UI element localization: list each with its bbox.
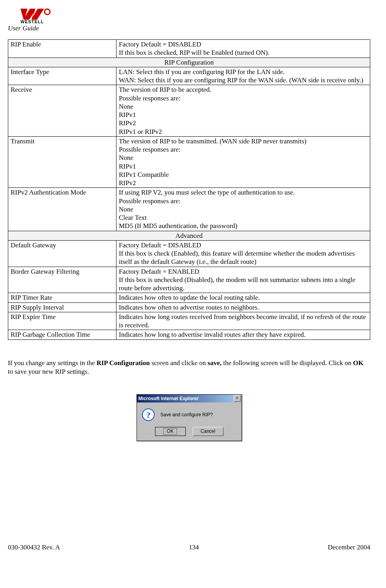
button-label: OK — [163, 428, 177, 435]
question-icon: ? — [142, 408, 155, 421]
row-desc: The version of RIP to be accepted. Possi… — [116, 85, 370, 137]
doc-subtitle: User Guide — [8, 24, 370, 32]
row-label: RIPv2 Authentication Mode — [8, 188, 116, 231]
body-paragraph: If you change any settings in the RIP Co… — [8, 359, 370, 376]
row-desc: Indicates how long routes received from … — [116, 312, 370, 330]
table-row: Interface Type LAN: Select this if you a… — [8, 67, 370, 85]
row-desc: Factory Default = ENABLED If this box is… — [116, 267, 370, 293]
ok-button[interactable]: OK — [155, 427, 186, 436]
para-text: to save your new RIP settings. — [8, 368, 89, 375]
table-row: RIP Supply Interval Indicates how often … — [8, 302, 370, 312]
row-desc: LAN: Select this if you are configuring … — [116, 67, 370, 85]
dialog-title: Microsoft Internet Explorer — [138, 396, 234, 401]
table-row: Transmit The version of RIP to be transm… — [8, 136, 370, 188]
row-desc: Indicates how often to advertise routes … — [116, 302, 370, 312]
table-row: RIP Timer Rate Indicates how often to up… — [8, 293, 370, 302]
confirm-dialog: Microsoft Internet Explorer × ? Save and… — [137, 394, 242, 441]
para-bold: save, — [208, 359, 222, 367]
footer-page-number: 134 — [189, 543, 199, 551]
row-desc: The version of RIP to be transmitted. (W… — [116, 136, 370, 188]
dialog-titlebar: Microsoft Internet Explorer × — [137, 395, 242, 403]
table-row: Default Gateway Factory Default = DISABL… — [8, 240, 370, 267]
para-text: screen and clicke on — [150, 359, 208, 367]
row-desc: Indicates how long to advertise invalid … — [116, 330, 370, 339]
para-text: the following screen will be displayed. … — [222, 359, 353, 367]
brand-logo: WESTELL — [20, 8, 370, 24]
footer-right: December 2004 — [328, 543, 370, 551]
row-label: Interface Type — [8, 67, 116, 85]
close-icon: × — [236, 395, 238, 400]
table-row: Receive The version of RIP to be accepte… — [8, 85, 370, 137]
section-title: Advanced — [8, 231, 370, 240]
table-row: Border Gateway Filtering Factory Default… — [8, 267, 370, 293]
table-row: RIP Garbage Collection Time Indicates ho… — [8, 330, 370, 339]
svg-text:WESTELL: WESTELL — [20, 19, 44, 24]
para-bold: OK — [353, 359, 363, 367]
row-label: Border Gateway Filtering — [8, 267, 116, 293]
row-label: Receive — [8, 85, 116, 137]
para-text: If you change any settings in the — [8, 359, 96, 367]
section-title: RIP Configuration — [8, 58, 370, 67]
row-desc: Indicates how often to update the local … — [116, 293, 370, 302]
svg-point-0 — [44, 9, 50, 15]
footer-left: 030-300432 Rev. A — [8, 543, 60, 551]
row-label: RIP Garbage Collection Time — [8, 330, 116, 339]
close-button[interactable]: × — [234, 395, 241, 402]
button-label: Cancel — [201, 428, 215, 434]
row-label: RIP Expire Time — [8, 312, 116, 330]
dialog-message: Save and configure RIP? — [161, 412, 213, 417]
dialog-body: ? Save and configure RIP? — [137, 403, 242, 425]
row-label: RIP Enable — [8, 40, 116, 58]
row-desc: Factory Default = DISABLED If this box i… — [116, 240, 370, 267]
row-label: RIP Supply Interval — [8, 302, 116, 312]
table-row: RIPv2 Authentication Mode If using RIP V… — [8, 188, 370, 231]
rip-settings-table: RIP Enable Factory Default = DISABLED If… — [8, 39, 370, 340]
row-label: Transmit — [8, 136, 116, 188]
section-header-advanced: Advanced — [8, 231, 370, 240]
cancel-button[interactable]: Cancel — [193, 427, 223, 436]
row-label: RIP Timer Rate — [8, 293, 116, 302]
page-footer: 030-300432 Rev. A 134 December 2004 — [8, 543, 370, 551]
section-header-rip-config: RIP Configuration — [8, 58, 370, 67]
row-desc: Factory Default = DISABLED If this box i… — [116, 40, 370, 58]
svg-text:?: ? — [146, 410, 150, 420]
row-label: Default Gateway — [8, 240, 116, 267]
page-header: WESTELL User Guide — [8, 8, 370, 32]
para-bold: RIP Configuration — [96, 359, 150, 367]
dialog-buttons: OK Cancel — [137, 425, 242, 441]
row-desc: If using RIP V2, you must select the typ… — [116, 188, 370, 231]
table-row: RIP Expire Time Indicates how long route… — [8, 312, 370, 330]
table-row: RIP Enable Factory Default = DISABLED If… — [8, 40, 370, 58]
